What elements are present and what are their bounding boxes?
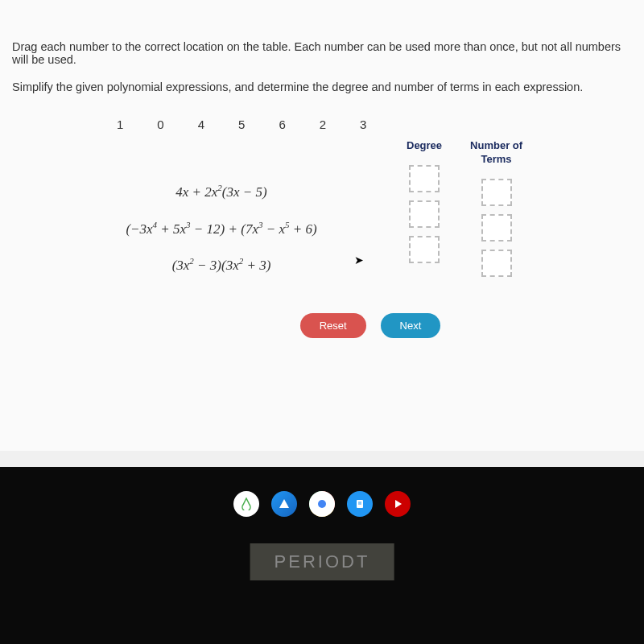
drop-icon <box>240 497 253 510</box>
terms-header: Number of Terms <box>470 139 522 167</box>
expressions-column: 4x + 2x2(3x − 5) (−3x4 + 5x3 − 12) + (7x… <box>60 163 382 293</box>
triangle-icon <box>278 497 291 510</box>
screen-area: 3 Drag each number to the correct locati… <box>0 0 644 467</box>
degree-drop-2[interactable] <box>409 200 440 228</box>
docs-app-icon[interactable] <box>347 491 373 517</box>
number-choice-3[interactable]: 3 <box>360 118 366 131</box>
youtube-app-icon[interactable] <box>385 491 411 517</box>
instruction-primary: Drag each number to the correct location… <box>12 40 632 66</box>
number-choice-1[interactable]: 1 <box>117 118 123 131</box>
answers-column: Degree Number of Terms <box>407 139 522 285</box>
action-buttons: Reset Next <box>109 313 632 338</box>
draggable-numbers: 1 0 4 5 6 2 3 <box>117 118 632 131</box>
quiz-content: Drag each number to the correct location… <box>0 0 644 451</box>
number-choice-4[interactable]: 4 <box>198 118 204 131</box>
app-icon-1[interactable] <box>233 491 259 517</box>
drive-app-icon[interactable] <box>271 491 297 517</box>
mouse-cursor-icon: ➤ <box>354 254 364 266</box>
degree-drop-3[interactable] <box>409 236 440 263</box>
terms-column: Number of Terms <box>470 139 522 285</box>
number-choice-5[interactable]: 5 <box>238 118 245 131</box>
terms-drop-2[interactable] <box>481 214 512 242</box>
terms-drop-1[interactable] <box>481 179 512 206</box>
instruction-secondary: Simplify the given polynomial expression… <box>12 80 632 93</box>
taskbar-dock <box>233 491 411 517</box>
expression-1: 4x + 2x2(3x − 5) <box>60 183 382 200</box>
number-choice-2[interactable]: 2 <box>320 118 326 131</box>
number-choice-6[interactable]: 6 <box>279 118 285 131</box>
laptop-brand-label: PERIODT <box>250 543 394 580</box>
document-icon <box>354 498 365 510</box>
number-choice-0[interactable]: 0 <box>157 118 163 131</box>
expression-2: (−3x4 + 5x3 − 12) + (7x3 − x5 + 6) <box>60 220 382 237</box>
degree-header: Degree <box>407 139 442 153</box>
reset-button[interactable]: Reset <box>300 313 366 338</box>
expression-3: (3x2 − 3)(3x2 + 3) <box>60 256 382 274</box>
chrome-app-icon[interactable] <box>309 491 335 517</box>
terms-drop-3[interactable] <box>481 250 512 277</box>
laptop-bezel: PERIODT <box>0 467 644 644</box>
degree-column: Degree <box>407 139 442 285</box>
problem-table: 4x + 2x2(3x − 5) (−3x4 + 5x3 − 12) + (7x… <box>60 163 632 293</box>
degree-drop-1[interactable] <box>409 165 440 192</box>
next-button[interactable]: Next <box>381 313 441 338</box>
